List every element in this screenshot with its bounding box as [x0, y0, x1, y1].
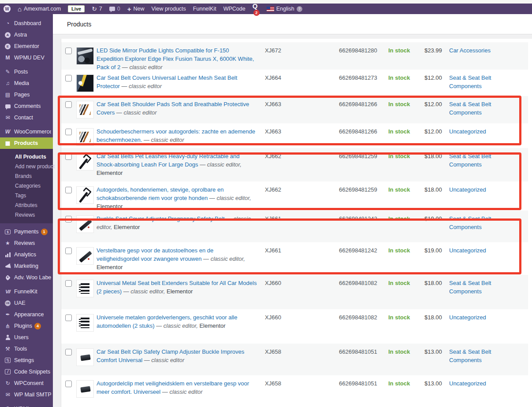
row-checkbox[interactable]	[65, 153, 72, 160]
product-name-cell: Universele metalen gordelverlengers, ges…	[97, 314, 265, 330]
row-checkbox[interactable]	[65, 129, 72, 135]
updates-icon: ↻	[92, 6, 97, 12]
row-checkbox[interactable]	[65, 48, 72, 54]
submenu-item-add-new-product[interactable]: Add new product	[0, 162, 53, 171]
wordpress-menu[interactable]: W	[0, 4, 14, 14]
product-thumbnail-pet-leash[interactable]	[76, 186, 94, 204]
category-link[interactable]: Seat & Seat Belt Components	[449, 153, 491, 168]
category-link[interactable]: Car Accessories	[449, 47, 491, 54]
row-checkbox[interactable]	[65, 101, 72, 108]
product-name-link[interactable]: Car Seat Belt Covers Universal Leather M…	[97, 74, 237, 89]
language-switcher[interactable]: English ?	[263, 4, 306, 14]
sidebar-item-products[interactable]: ▦Products	[0, 137, 53, 149]
row-checkbox[interactable]	[65, 75, 72, 81]
product-thumbnail-belt-clip[interactable]	[76, 380, 94, 398]
new-content-menu[interactable]: + New	[124, 4, 148, 14]
funnelkit-menu[interactable]: FunnelKit	[190, 4, 220, 14]
sidebar-item-media[interactable]: ♫Media	[0, 78, 53, 89]
sidebar-item-wpconsent[interactable]: ↻WPConsent	[0, 377, 53, 389]
queue-menu[interactable]: Q2	[249, 4, 263, 14]
view-products-link[interactable]: View products	[148, 4, 190, 14]
row-checkbox[interactable]	[65, 280, 72, 287]
row-checkbox[interactable]	[65, 216, 72, 222]
product-thumbnail-belt-extender[interactable]	[76, 280, 94, 297]
scrollbar-gutter[interactable]	[528, 39, 532, 407]
sidebar-item-wpml[interactable]: QWPML	[0, 403, 53, 407]
product-name-link[interactable]: Verstelbare gesp voor de autostoelhoes e…	[97, 247, 213, 262]
sidebar-item-dashboard[interactable]: ◔Dashboard	[0, 18, 53, 29]
category-link[interactable]: Seat & Seat Belt Components	[449, 101, 491, 116]
product-thumbnail-buckle-belt[interactable]	[76, 247, 94, 265]
live-status[interactable]: Live	[64, 4, 88, 14]
sidebar-item-marketing[interactable]: Marketing	[0, 260, 53, 272]
product-thumbnail-shoulder-pads[interactable]	[76, 128, 94, 146]
product-thumbnail-buckle-belt[interactable]	[76, 215, 94, 233]
product-thumbnail-shoulder-pads[interactable]	[76, 101, 94, 118]
submenu-item-attributes[interactable]: Attributes	[0, 200, 53, 210]
sidebar-item-payments[interactable]: $Payments1	[0, 226, 53, 237]
site-link[interactable]: ⌂ Amexmart.com	[14, 4, 64, 14]
category-link[interactable]: Seat & Seat Belt Components	[449, 74, 491, 89]
comments-menu[interactable]: 0	[106, 4, 124, 14]
product-thumbnail-mirror-lights[interactable]	[76, 47, 94, 65]
submenu-item-reviews[interactable]: Reviews	[0, 210, 53, 220]
submenu-item-brands[interactable]: Brands	[0, 171, 53, 181]
stock-badge: In stock	[388, 247, 424, 254]
product-name-link[interactable]: Buckle Seat Cover Adjuster Pregnancy Saf…	[97, 215, 225, 222]
price-cell: $12.00	[424, 100, 449, 107]
submenu-item-tags[interactable]: Tags	[0, 191, 53, 200]
row-checkbox[interactable]	[65, 248, 72, 254]
sidebar-item-elementor[interactable]: EElementor	[0, 41, 53, 52]
row-checkbox[interactable]	[65, 187, 72, 193]
category-link[interactable]: Seat & Seat Belt Components	[449, 215, 491, 230]
category-link[interactable]: Uncategorized	[449, 247, 486, 254]
sidebar-item-analytics[interactable]: Analytics	[0, 249, 53, 260]
category-cell: Uncategorized	[449, 380, 528, 388]
category-link[interactable]: Uncategorized	[449, 128, 486, 135]
category-link[interactable]: Uncategorized	[449, 186, 486, 193]
sidebar-item-users[interactable]: Users	[0, 332, 53, 343]
sidebar-item-label: Comments	[14, 103, 41, 109]
category-link[interactable]: Seat & Seat Belt Components	[449, 280, 491, 295]
category-link[interactable]: Uncategorized	[449, 314, 486, 321]
price-cell: $18.00	[424, 186, 449, 193]
sidebar-item-posts[interactable]: ✎Posts	[0, 66, 53, 78]
sidebar-item-plugins[interactable]: ⋔Plugins4	[0, 320, 53, 332]
submenu-item-all-products[interactable]: All Products	[0, 152, 53, 162]
product-name-link[interactable]: LED Side Mirror Puddle Lights Compatible…	[97, 47, 254, 70]
product-thumbnail-belt-extender[interactable]	[76, 314, 94, 332]
category-cell: Seat & Seat Belt Components	[449, 152, 528, 169]
sidebar-item-settings[interactable]: ⇅Settings	[0, 355, 53, 366]
product-name-link[interactable]: Autogordels, hondenriemen, stevige, opro…	[97, 186, 223, 201]
submenu-item-categories[interactable]: Categories	[0, 181, 53, 191]
sidebar-item-wp-mail-smtp[interactable]: ✉WP Mail SMTP	[0, 389, 53, 400]
sidebar-item-funnelkit[interactable]: V//FunnelKit	[0, 286, 53, 297]
row-checkbox[interactable]	[65, 349, 72, 355]
product-thumbnail-belt-cover[interactable]	[76, 74, 94, 92]
sidebar-item-wpmu-dev[interactable]: MWPMU DEV	[0, 52, 53, 63]
product-thumbnail-belt-clip[interactable]	[76, 348, 94, 366]
category-link[interactable]: Seat & Seat Belt Components	[449, 348, 491, 363]
product-thumbnail-pet-leash[interactable]	[76, 153, 94, 170]
sidebar-item-pages[interactable]: ▤Pages	[0, 89, 53, 100]
sidebar-item-uae[interactable]: UEUAE	[0, 297, 53, 309]
price-cell: $19.00	[424, 247, 449, 254]
sidebar-item-comments[interactable]: Comments	[0, 100, 53, 112]
barcode-cell: 662698481051	[339, 380, 388, 387]
updates-menu[interactable]: ↻ 7	[88, 4, 106, 14]
sidebar-item-label: Astra	[14, 32, 27, 38]
sidebar-item-reviews[interactable]: ★Reviews	[0, 237, 53, 249]
sidebar-item-appearance[interactable]: ✒Appearance	[0, 309, 53, 320]
row-checkbox[interactable]	[65, 381, 72, 387]
sidebar-item-tools[interactable]: ⚒Tools	[0, 343, 53, 355]
wpcode-menu[interactable]: WPCode	[220, 4, 249, 14]
sidebar-item-woocommerce[interactable]: WWooCommerce	[0, 126, 53, 137]
products-table: LED Side Mirror Puddle Lights Compatible…	[61, 39, 528, 407]
sidebar-item-astra[interactable]: AAstra	[0, 29, 53, 41]
payments-icon: $	[4, 229, 11, 234]
sidebar-item-adv-woo-labels[interactable]: Adv. Woo Labels	[0, 272, 53, 283]
category-link[interactable]: Uncategorized	[449, 380, 486, 387]
row-checkbox[interactable]	[65, 314, 72, 321]
sidebar-item-contact[interactable]: ✉Contact	[0, 112, 53, 123]
sidebar-item-code-snippets[interactable]: /Code Snippets	[0, 366, 53, 377]
